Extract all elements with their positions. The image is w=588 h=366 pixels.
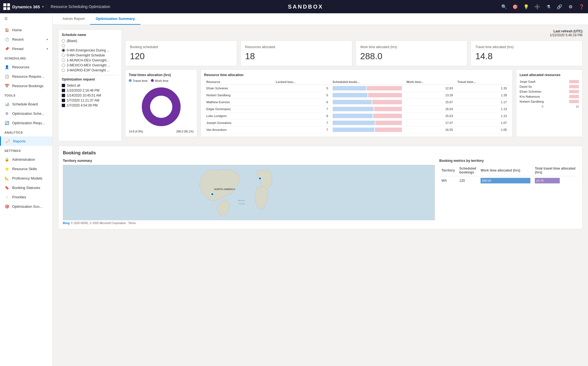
legend-work: Work time [151,79,168,82]
kpi-booking-scheduled-label: Booking scheduled [130,45,232,49]
least-alloc-row: Jorge Gault [520,79,579,84]
res-name: Edgar Dominquez [204,106,274,113]
sidebar-item-resources[interactable]: 👤 Resources [0,62,52,72]
add-icon[interactable]: ➕ [534,4,540,10]
sidebar-item-optimization-requ[interactable]: 🔄 Optimization Requ... [0,118,52,128]
sidebar-item-resource-require-label: Resource Require... [12,74,44,79]
sidebar-item-optimization-sco-label: Optimization Sco... [12,204,42,209]
sidebar-item-priorities-label: Priorities [12,195,26,199]
topbar: Dynamics 365 ▾ Resource Scheduling Optim… [0,0,588,13]
pinned-chevron-icon: ▾ [47,47,48,50]
res-name: Van Amundson [204,126,274,133]
territory-summary: Territory summary [63,159,435,225]
res-travel: 1.28 [455,92,509,99]
res-scheduled [330,126,404,133]
filter-schedule-blank-label: (Blank) [67,39,77,43]
resource-table-row: Efrain Schreiner 5 12.83 1.33 [204,85,509,92]
tab-optimization-summary[interactable]: Optimization Summary [90,13,140,25]
filter-req-17-454[interactable]: 1/7/2020 4:54:39 PM [62,103,118,108]
filter-schedule-1munich[interactable]: 1-MUNICH-DEU Overnight... [62,58,118,63]
check-square-114 [62,94,65,97]
sidebar-item-optimization-sco[interactable]: 🎯 Optimization Sco... [0,202,52,211]
topbar-right: 🔍 🎯 💡 ➕ ⚗ 🔗 ⚙ ❓ [501,4,585,10]
sidebar-item-administration[interactable]: 🔒 Administration [0,155,52,164]
filter-schedule-empty[interactable] [62,43,118,48]
content-area: Admin Report Optimization Summary Schedu… [53,13,588,366]
resource-table-scroll[interactable]: Resource Locked boo... Scheduled booki..… [204,79,509,133]
filter-schedule-2mexico[interactable]: 2-MEXICO-MEX Overnight ... [62,63,118,68]
res-locked: 7 [274,120,330,126]
filter-req-110-label: 1/10/2020 2:16:48 PM [67,89,99,92]
least-alloc-rows: Jorge Gault David So Efrain Schreiner Kr… [520,79,579,104]
res-locked: 6 [274,113,330,120]
resource-require-icon: 📋 [4,74,9,79]
share-icon[interactable]: 🔗 [556,4,563,10]
res-name: Luke Lundgren [204,113,274,120]
filter-req-114[interactable]: 1/14/2020 10:45:51 AM [62,93,118,98]
filter-req-select-all[interactable]: Select all [62,83,118,88]
tab-admin-report[interactable]: Admin Report [57,13,90,25]
sidebar-toggle[interactable]: ☰ [0,13,52,24]
least-alloc-bar [569,80,579,83]
sidebar-item-proficiency-models[interactable]: 📐 Proficiency Models [0,173,52,183]
res-travel: 1.13 [455,113,509,120]
filter-req-17-1121[interactable]: 1/7/2020 11:21:37 AM [62,98,118,103]
settings-icon[interactable]: ⚙ [568,4,574,10]
administration-icon: 🔒 [4,157,9,162]
filter-req-110[interactable]: 1/10/2020 2:16:48 PM [62,88,118,93]
sidebar-item-optimization-sche[interactable]: ⚙ Optimization Sche... [0,109,52,118]
sandbox-label: SANDBOX [288,4,323,10]
sidebar-item-schedule-board[interactable]: 📊 Schedule Board [0,99,52,109]
search-icon[interactable]: 🔍 [501,4,507,10]
sidebar-item-priorities[interactable]: ↑ Priorities [0,192,52,202]
svg-point-11 [211,193,214,196]
optimization-requ-icon: 🔄 [4,120,9,125]
sidebar-item-pinned[interactable]: 📌 Pinned ▾ [0,44,52,53]
kpi-resources-allocated: Resources allocated 18 [240,40,352,66]
sidebar-item-resource-require[interactable]: 📋 Resource Require... [0,72,52,81]
metrics-col-territory: Territory [439,165,457,176]
res-name: Efrain Schreiner [204,85,274,92]
map-footer: Bing © 2020 HERE, © 2020 Microsoft Corpo… [63,221,435,225]
metrics-col-travel: Total travel time allocated (hrs) [533,165,578,176]
least-alloc-name: Norbert Sandberg [520,100,569,103]
sidebar-item-resource-skills[interactable]: ⭐ Resource Skills [0,164,52,173]
recent-chevron-icon: ▾ [47,38,48,41]
sidebar-item-pinned-label: Pinned [12,47,23,51]
res-travel: 1.17 [455,99,509,106]
kpi-booking-scheduled: Booking scheduled 120 [125,40,237,66]
sidebar-item-resources-label: Resources [12,65,29,69]
main-layout: ☰ 🏠 Home 🕐 Recent ▾ 📌 Pinned ▾ [0,13,588,366]
territory-title: Territory summary [63,159,435,163]
sidebar-item-booking-statuses-label: Booking Statuses [12,186,40,190]
res-travel: 1.07 [455,120,509,126]
booking-metrics: Booking metrics by territory Territory S… [439,159,578,225]
apps-icon[interactable] [3,3,10,10]
bing-logo: Bing [63,221,70,225]
filter-schedule-0wa-overnight-label: 0-WA Overnight Schedule [67,53,105,57]
metrics-travel-wa: 14.75 [533,176,578,185]
sidebar-item-booking-statuses[interactable]: 🔖 Booking Statuses [0,183,52,192]
target-icon[interactable]: 🎯 [512,4,518,10]
lightbulb-icon[interactable]: 💡 [523,4,529,10]
brand-label[interactable]: Dynamics 365 [12,4,40,9]
help-icon[interactable]: ❓ [579,4,585,10]
svg-point-12 [259,177,261,180]
filter-schedule-0wa-emergencies[interactable]: 0-WA Emergencies During ... [62,48,118,53]
settings-section-label: Settings [0,147,52,154]
check-square-17-454 [62,104,65,107]
metrics-col-work: Work time allocated (hrs) [478,165,533,176]
filter-icon[interactable]: ⚗ [545,4,551,10]
schedule-name-label: Schedule name [62,33,118,37]
least-alloc-name: Efrain Schreiner [520,90,569,93]
sidebar-item-home[interactable]: 🏠 Home [0,25,52,35]
last-refresh: Last refresh (UTC) 1/22/2020 5:46:19 PM [125,29,582,37]
filter-schedule-3madrid[interactable]: 3-MADRID-ESP Overnight ... [62,68,118,73]
brand-chevron-icon[interactable]: ▾ [42,5,44,9]
filter-schedule-blank[interactable]: (Blank) [62,38,118,43]
res-scheduled [330,106,404,113]
sidebar-item-reports[interactable]: 📈 Reports [0,136,52,146]
sidebar-item-resource-bookings[interactable]: 📅 Resource Bookings [0,81,52,90]
filter-schedule-0wa-overnight[interactable]: 0-WA Overnight Schedule [62,53,118,58]
sidebar-item-recent[interactable]: 🕐 Recent ▾ [0,35,52,44]
